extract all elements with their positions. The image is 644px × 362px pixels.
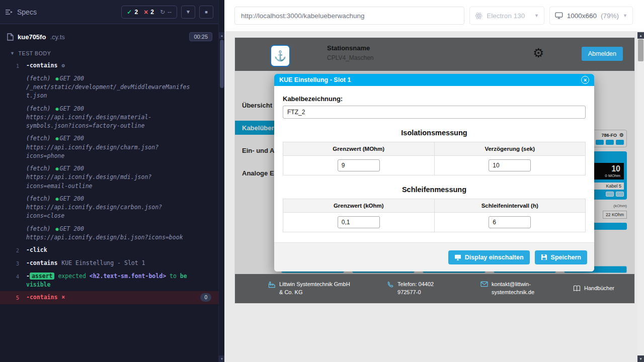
grenzwert-mohm-input[interactable] [338,159,380,171]
assert-badge: assert [30,273,55,280]
chevron-down-icon: ▼ [623,13,627,18]
schleifen-table: Grenzwert (kOhm) Schleifenintervall (h) [283,199,586,232]
col-verzoegerung: Verzögerung (sek) [434,142,586,156]
browser-selector[interactable]: Electron 130 ▼ [469,7,544,25]
assert-target: <h2.text-sm.font-bold> [90,273,166,280]
display-on-button[interactable]: Display einschalten [448,250,530,264]
network-log-row[interactable]: (fetch)●GET 200https://api.iconify.desig… [0,223,218,244]
viewport-size: 1000x660 [567,12,597,20]
pending-count: ↻-- [160,9,172,16]
failed-count: ×2 [144,9,154,16]
command-row-failed[interactable]: 5 -contains× 0 [0,291,218,304]
url-input[interactable] [234,7,464,25]
fail-x-icon: × [61,293,65,302]
phone-icon [387,281,394,288]
settings-gear-icon[interactable]: ⚙ [533,46,544,60]
test-stats: ✓2 ×2 ↻-- [121,6,177,19]
save-button[interactable]: Speichern [535,250,587,264]
fetch-label: (fetch) [26,75,50,82]
command-row-click[interactable]: 2 -click [0,244,218,257]
spec-header[interactable]: kue705fo.cy.ts 00:25 [0,24,218,46]
network-log-row[interactable]: (fetch)●GET 200https://api.iconify.desig… [0,193,218,223]
fetch-status: GET 200 [60,135,84,142]
footer-phone: Telefon: 04402 972577-0 [387,281,447,297]
network-log-row[interactable]: (fetch)●GET 200https://api.iconify.desig… [0,103,218,133]
status-ok-dot: ● [55,226,58,232]
footer-company: Littwin Systemtechnik GmbH & Co. KG [268,281,354,297]
aut-area: ⚓ Stationsname CPLV4_Maschen ⚙ Abmelden … [224,32,644,362]
passed-count: ✓2 [127,9,138,16]
fetch-status: GET 200 [60,105,84,112]
fetch-url: /_next/static/development/_devMiddleware… [26,83,192,101]
schleifenintervall-input[interactable] [489,216,531,228]
caret-down-icon: ▼ [10,51,15,56]
display-icon [454,254,461,260]
col-grenzwert-mohm: Grenzwert (MOhm) [283,142,435,156]
chevron-down-icon: ▼ [186,9,191,15]
fetch-label: (fetch) [26,225,50,232]
sidebar-scrollbar[interactable]: ▲ ▼ [218,0,224,362]
command-row-contains-3[interactable]: 3 -containsKUE Einstellung - Slot 1 [0,257,218,270]
fetch-url: https://api.iconify.design/carbon.json?i… [26,203,192,221]
fetch-url: https://api.iconify.design/bi.json?icons… [26,233,192,242]
station-label: Stationsname [327,44,374,52]
status-ok-dot: ● [55,166,58,171]
scroll-down-arrow[interactable]: ▼ [637,355,644,362]
test-body-toggle[interactable]: ▼ TEST BODY [0,46,218,59]
cypress-sidebar: Specs ✓2 ×2 ↻-- ▼ ■ kue705fo.cy.ts 00:25… [0,0,218,362]
command-message: KUE Einstellung - Slot 1 [61,259,145,266]
scrollbar-thumb[interactable] [638,39,643,61]
collapse-all-button[interactable]: ▼ [181,6,195,19]
chevron-down-icon: ▼ [534,13,539,18]
footer-manuals[interactable]: Handbücher [573,285,614,293]
fetch-label: (fetch) [26,195,50,202]
fetch-status: GET 200 [60,165,84,172]
verzoegerung-input[interactable] [489,159,531,171]
specs-icon [5,9,13,16]
isolation-section-title: Isolationsmessung [283,129,586,137]
command-number: 5 [0,293,26,302]
cable-name-input[interactable] [283,106,586,119]
spec-timer: 00:25 [189,32,212,41]
grenzwert-kohm-input[interactable] [338,216,380,228]
page-scrollbar[interactable]: ▲ ▼ [637,32,644,362]
close-icon[interactable]: × [581,76,589,84]
scrollbar-thumb[interactable] [220,40,224,88]
network-log-row[interactable]: (fetch)●GET 200/_next/static/development… [0,72,218,103]
test-body-label: TEST BODY [19,50,51,56]
modal-body: Kabelbezeichnung: Isolationsmessung Gren… [274,86,594,232]
command-row-contains-1[interactable]: 1 -contains⚙ [0,59,218,72]
logout-button[interactable]: Abmelden [582,47,623,61]
specs-menu-button[interactable]: Specs [5,8,37,16]
fetch-label: (fetch) [26,165,50,172]
footer-email: kontakt@littwin-systemtechnik.de [480,281,540,297]
refresh-icon: ↻ [160,9,165,16]
command-number: 4 [0,272,26,290]
scroll-up-arrow[interactable]: ▲ [637,32,644,39]
retry-count-badge: 0 [200,293,211,302]
network-log-row[interactable]: (fetch)●GET 200https://api.iconify.desig… [0,132,218,162]
command-options-gear-icon[interactable]: ⚙ [61,62,65,69]
monitor-icon [555,12,563,19]
fetch-label: (fetch) [26,135,50,142]
x-icon: × [144,9,148,16]
check-icon: ✓ [127,9,132,16]
network-log-row[interactable]: (fetch)●GET 200https://api.iconify.desig… [0,162,218,193]
cypress-topbar: Specs ✓2 ×2 ↻-- ▼ ■ [0,0,218,24]
command-row-assert[interactable]: 4 -assert expected <h2.text-sm.font-bold… [0,270,218,292]
email-icon [480,281,488,287]
app-header: ⚓ Stationsname CPLV4_Maschen ⚙ Abmelden [235,38,634,71]
col-grenzwert-kohm: Grenzwert (kOhm) [283,199,435,213]
modal-title: KUE Einstellung - Slot 1 [279,76,351,83]
schleifen-section-title: Schleifenmessung [283,186,586,194]
isolation-table: Grenzwert (MOhm) Verzögerung (sek) [283,142,586,175]
status-ok-dot: ● [55,136,58,141]
viewport-selector[interactable]: 1000x660 (79%) ▼ [549,7,633,25]
station-value: CPLV4_Maschen [327,54,374,61]
floppy-save-icon [541,254,547,260]
station-info: Stationsname CPLV4_Maschen [327,44,374,61]
fetch-status: GET 200 [60,75,84,82]
stop-button[interactable]: ■ [199,6,213,19]
fetch-status: GET 200 [60,195,84,202]
modal-header: KUE Einstellung - Slot 1 × [274,74,594,86]
